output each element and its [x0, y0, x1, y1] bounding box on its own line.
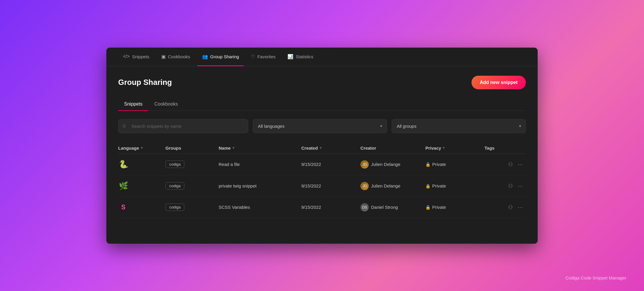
tab-snippets[interactable]: Snippets: [118, 98, 148, 111]
table-row: 🐍 codiga Read a file 9/15/2022 JD Julien…: [118, 154, 526, 175]
row2-creator: JD Julien Delange: [360, 182, 425, 190]
group-select[interactable]: All groups: [392, 119, 526, 133]
table-row: Ｓ codiga SCSS Variables 9/15/2022 DS Dan…: [118, 197, 526, 218]
created-sort-icon: ▾: [320, 146, 321, 150]
row1-created: 9/15/2022: [301, 162, 360, 167]
twig-icon: 🌿: [118, 181, 129, 191]
name-sort-icon: ▾: [232, 146, 234, 150]
row2-group: codiga: [165, 182, 219, 190]
row2-actions: ⚇ ⋯: [508, 183, 526, 189]
nav-item-favorites[interactable]: ♡ Favorites: [246, 48, 280, 66]
search-input[interactable]: [118, 119, 248, 133]
snippets-icon: </>: [123, 54, 130, 59]
row3-actions: ⚇ ⋯: [508, 204, 526, 211]
group-sharing-icon: 👥: [202, 54, 208, 59]
sass-icon: Ｓ: [118, 202, 128, 212]
row2-name: private twig snippet: [219, 183, 301, 188]
nav-item-statistics[interactable]: 📊 Statistics: [283, 48, 318, 66]
col-groups: Groups: [165, 146, 219, 151]
table-container: Language ▾ Groups Name ▾ Created ▾ Creat…: [118, 143, 526, 218]
language-select[interactable]: All languages: [253, 119, 387, 133]
search-box: ⊙: [118, 119, 248, 133]
row1-actions: ⚇ ⋯: [508, 161, 526, 168]
table-row: 🌿 codiga private twig snippet 9/15/2022 …: [118, 175, 526, 197]
row3-language: Ｓ: [118, 202, 165, 212]
row2-privacy: 🔒 Private: [425, 183, 484, 188]
avatar: DS: [360, 203, 369, 211]
group-filter: All groups ▾: [392, 119, 526, 133]
avatar: JD: [360, 182, 369, 190]
nav-item-snippets[interactable]: </> Snippets: [118, 48, 154, 66]
page-title: Group Sharing: [118, 78, 172, 87]
add-snippet-button[interactable]: Add new snippet: [471, 76, 526, 89]
row3-group: codiga: [165, 203, 219, 211]
row2-created: 9/15/2022: [301, 183, 360, 188]
more-menu-icon[interactable]: ⋯: [518, 161, 523, 168]
lock-icon: 🔒: [425, 184, 430, 188]
nav-item-cookbooks[interactable]: ▣ Cookbooks: [157, 48, 195, 66]
sub-tabs: Snippets Cookbooks: [118, 98, 526, 111]
row3-name: SCSS Variables: [219, 205, 301, 210]
table-header: Language ▾ Groups Name ▾ Created ▾ Creat…: [118, 143, 526, 154]
col-tags: Tags: [484, 146, 508, 151]
share-icon[interactable]: ⚇: [508, 161, 513, 168]
col-privacy[interactable]: Privacy ▾: [425, 146, 484, 151]
more-menu-icon[interactable]: ⋯: [518, 204, 523, 211]
nav-item-group-sharing[interactable]: 👥 Group Sharing: [197, 48, 244, 66]
python-icon: 🐍: [118, 159, 129, 170]
row3-created: 9/15/2022: [301, 205, 360, 210]
row1-language: 🐍: [118, 159, 165, 170]
privacy-sort-icon: ▾: [443, 146, 445, 150]
lock-icon: 🔒: [425, 162, 430, 167]
col-creator: Creator: [360, 146, 425, 151]
cookbooks-icon: ▣: [161, 54, 166, 59]
col-name[interactable]: Name ▾: [219, 146, 301, 151]
col-language[interactable]: Language ▾: [118, 146, 165, 151]
tab-cookbooks[interactable]: Cookbooks: [148, 98, 184, 111]
row1-group: codiga: [165, 161, 219, 168]
row3-privacy: 🔒 Private: [425, 205, 484, 210]
group-badge[interactable]: codiga: [165, 161, 184, 168]
row1-creator: JD Julien Delange: [360, 160, 425, 169]
language-filter: All languages ▾: [253, 119, 387, 133]
group-badge[interactable]: codiga: [165, 203, 184, 211]
top-nav: </> Snippets ▣ Cookbooks 👥 Group Sharing…: [106, 48, 538, 66]
share-icon[interactable]: ⚇: [508, 183, 513, 189]
row1-name: Read a file: [219, 162, 301, 167]
favorites-icon: ♡: [251, 54, 255, 59]
language-sort-icon: ▾: [141, 146, 143, 150]
page-header: Group Sharing Add new snippet: [118, 76, 526, 89]
search-icon: ⊙: [122, 123, 126, 129]
filters-row: ⊙ All languages ▾ All groups ▾: [118, 119, 526, 133]
main-content: Group Sharing Add new snippet Snippets C…: [106, 66, 538, 244]
row3-creator: DS Daniel Strong: [360, 203, 425, 211]
col-created[interactable]: Created ▾: [301, 146, 360, 151]
avatar: JD: [360, 160, 369, 169]
statistics-icon: 📊: [287, 54, 293, 59]
more-menu-icon[interactable]: ⋯: [518, 183, 523, 189]
share-icon[interactable]: ⚇: [508, 204, 513, 211]
group-badge[interactable]: codiga: [165, 182, 184, 190]
row1-privacy: 🔒 Private: [425, 162, 484, 167]
lock-icon: 🔒: [425, 205, 430, 210]
row2-language: 🌿: [118, 181, 165, 191]
app-container: </> Snippets ▣ Cookbooks 👥 Group Sharing…: [106, 48, 538, 244]
branding: Codiga Code Snippet Manager: [565, 275, 626, 280]
